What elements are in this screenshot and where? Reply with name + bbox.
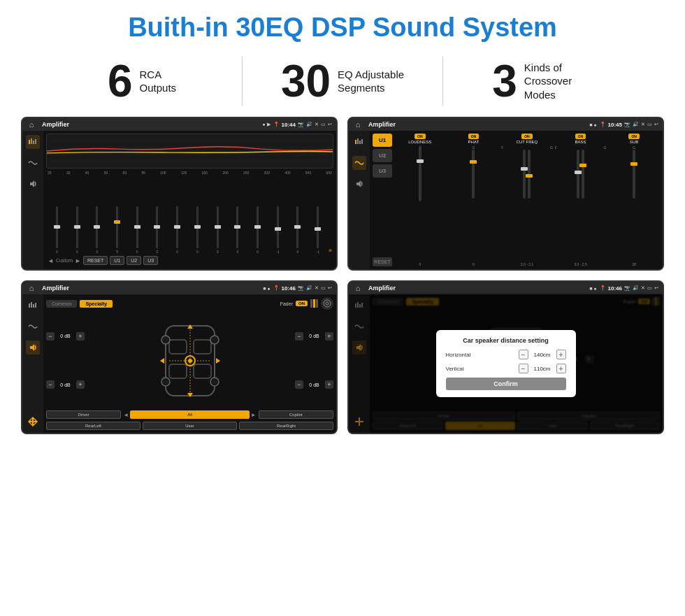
stat-eq: 30 EQ AdjustableSegments [243,59,442,103]
eq-reset-btn[interactable]: RESET [83,256,108,265]
fader-sidebar-speaker[interactable] [26,341,40,354]
fader-tr-minus[interactable]: − [295,332,303,341]
svg-rect-10 [357,138,359,144]
camera-icon: 📷 [298,122,304,127]
fader-btn-all[interactable]: All [130,410,250,419]
crossover-location-icon: 📍 [600,122,606,127]
fader-btn-user[interactable]: User [143,422,237,430]
eq-slider-2: 0 [68,206,87,254]
bass-on-badge: ON [575,134,586,139]
svg-rect-23 [194,340,211,354]
fader-btn-copilot[interactable]: Copilot [259,410,333,419]
dialog-horizontal-row: Horizontal − 140cm + [446,350,566,359]
fader-right-arrow[interactable]: ► [251,412,257,418]
svg-point-32 [161,378,170,386]
crossover-battery-icon: ▭ [647,122,652,127]
fader-tr-plus[interactable]: + [325,332,333,341]
fader-btn-rearleft[interactable]: RearLeft [46,422,140,430]
fader-location-icon: 📍 [273,285,280,291]
fader-battery-icon: ▭ [321,285,326,291]
svg-marker-4 [30,180,34,187]
loudness-label: LOUDNESS [408,140,431,144]
eq-prev-arrow[interactable]: ◄ [48,257,54,264]
crossover-u1-btn[interactable]: U1 [373,134,392,147]
eq-slider-11: 0 [248,206,267,254]
crossover-back-icon: ↩ [654,122,658,127]
eq-mode-icons: ● ▶ [262,122,270,127]
dialog-vertical-plus[interactable]: + [556,364,566,373]
crossover-u3-btn[interactable]: U3 [373,164,392,178]
screen-fader: ⌂ Amplifier ■ ● 📍 10:46 📷 🔊 ✕ ▭ ↩ [21,280,338,434]
fader-btn-rearright[interactable]: RearRight [239,422,333,430]
svg-rect-1 [31,138,32,144]
dialog-vertical-minus[interactable]: − [519,364,528,373]
crossover-u2-btn[interactable]: U2 [373,149,392,162]
eq-graph [46,134,333,169]
dialog-horizontal-minus[interactable]: − [519,350,528,359]
fader-tl-plus[interactable]: + [76,332,85,341]
fader-tab-common[interactable]: Common [46,300,77,308]
screen-eq: ⌂ Amplifier ● ▶ 📍 10:44 📷 🔊 ✕ ▭ ↩ [21,117,338,271]
fader-settings-icon[interactable] [321,297,333,310]
fader-tl-minus[interactable]: − [46,332,55,341]
crossover-sidebar-wave[interactable] [352,156,366,170]
stat-rca-label: RCAOutputs [140,68,177,95]
svg-rect-24 [169,364,187,378]
eq-screen-content: 2532405063 80100125160200 25032040050063… [22,131,336,269]
dialog-horizontal-plus[interactable]: + [556,350,566,359]
fader-btn-driver[interactable]: Driver [46,410,121,419]
eq-status-icons: 📍 10:44 📷 🔊 ✕ ▭ ↩ [273,122,332,128]
eq-u3-btn[interactable]: U3 [143,256,158,265]
crossover-camera-icon: 📷 [624,122,630,127]
eq-sidebar-wave[interactable] [26,156,40,170]
fader-left-arrow[interactable]: ◄ [123,412,129,418]
fader-tab-specialty[interactable]: Specialty [80,300,113,308]
dialog-vertical-row: Vertical − 110cm + [446,364,566,373]
fader-sidebar-arrows[interactable] [26,415,40,429]
dialog-screen-content: Common Specialty Fader ON [349,294,663,433]
eq-main: 2532405063 80100125160200 25032040050063… [43,131,336,269]
svg-rect-9 [355,140,356,144]
fader-bl-plus[interactable]: + [76,380,85,389]
eq-sidebar-eq[interactable] [26,135,40,149]
svg-point-19 [326,302,329,305]
dialog-home-icon: ⌂ [353,283,363,293]
crossover-sidebar [349,131,370,269]
eq-u2-btn[interactable]: U2 [127,256,141,265]
eq-freq-labels: 2532405063 80100125160200 25032040050063… [46,171,333,175]
dialog-confirm-button[interactable]: Confirm [446,378,566,390]
svg-point-33 [210,378,219,386]
fader-br-minus[interactable]: − [295,380,303,389]
dialog-horizontal-ctrl: − 140cm + [519,350,566,359]
svg-marker-37 [216,358,220,364]
phat-label: PHAT [468,140,480,144]
eq-slider-6: 0 [148,206,167,254]
eq-slider-4: 5 [108,206,127,254]
svg-rect-11 [359,141,361,144]
crossover-sidebar-speaker[interactable] [352,177,366,191]
svg-rect-0 [29,140,30,144]
crossover-sidebar-eq[interactable] [352,135,366,149]
eq-more-icon[interactable]: » [329,247,332,254]
location-icon: 📍 [273,122,280,127]
dialog-volume-icon: 🔊 [633,285,639,291]
crossover-wifi-icon: ✕ [641,122,645,127]
screenshots-grid: ⌂ Amplifier ● ▶ 📍 10:44 📷 🔊 ✕ ▭ ↩ [0,117,685,445]
eq-u1-btn[interactable]: U1 [110,256,124,265]
fader-left-controls: − 0 dB + − 0 dB + [46,312,85,409]
fader-sidebar-eq[interactable] [26,299,40,313]
fader-label: Fader [280,301,293,306]
eq-slider-10: 0 [228,206,247,254]
crossover-mode-icons: ■ ● [589,122,596,127]
fader-br-plus[interactable]: + [325,380,333,389]
fader-bl-minus[interactable]: − [46,380,55,389]
svg-point-31 [210,336,219,344]
fader-tabs: Common Specialty [46,300,113,308]
fader-sidebar-wave[interactable] [26,320,40,334]
dialog-location-icon: 📍 [600,285,606,291]
eq-next-arrow[interactable]: ► [75,257,81,264]
fader-top-left-vol: − 0 dB + [46,332,85,341]
crossover-reset-btn[interactable]: RESET [373,257,392,266]
crossover-left-buttons: U1 U2 U3 RESET [373,134,392,266]
eq-sidebar-speaker[interactable] [26,177,40,191]
